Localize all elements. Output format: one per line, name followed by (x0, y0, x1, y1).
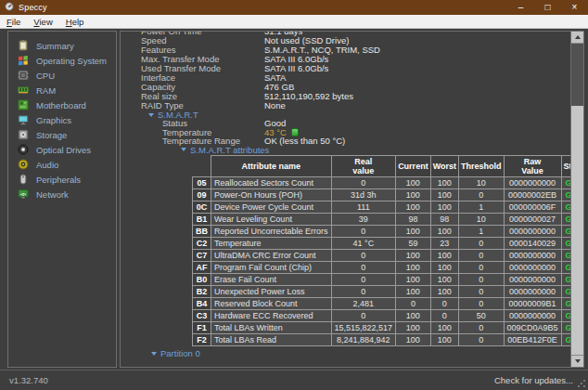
collapse-arrow-icon (151, 352, 157, 356)
smart-attributes-label: S.M.A.R.T attributes (190, 146, 269, 154)
attribute-current-cell: 100 (396, 321, 431, 333)
sidebar-item-graphics[interactable]: Graphics (8, 114, 116, 125)
attribute-threshold-cell: 0 (458, 261, 504, 273)
peripherals-icon (18, 174, 29, 185)
sidebar-item-audio[interactable]: Audio (8, 159, 116, 170)
attribute-name-cell: Temperature (211, 237, 332, 249)
attribute-raw-value-cell: 0000140029 (504, 237, 561, 249)
attribute-threshold-cell: 0 (458, 285, 504, 297)
attribute-real-value-cell: 39 (331, 213, 396, 225)
window-controls: – □ × (507, 0, 588, 15)
content-area: Summary Operating System CPU RAM Motherb… (0, 29, 588, 370)
maximize-button[interactable]: □ (534, 0, 561, 15)
menu-view[interactable]: View (27, 17, 58, 27)
scroll-up-button[interactable] (571, 32, 583, 44)
sidebar-item-motherboard[interactable]: Motherboard (8, 99, 116, 110)
attribute-real-value-cell: 0 (331, 309, 396, 321)
attribute-id-cell: C7 (193, 249, 211, 261)
attribute-threshold-cell: 0 (458, 249, 504, 261)
attribute-real-value-cell: 0 (331, 261, 396, 273)
attribute-name-cell: Hardware ECC Recovered (211, 309, 332, 321)
resize-grip[interactable] (577, 379, 586, 388)
version-label: v1.32.740 (9, 375, 48, 385)
attribute-threshold-cell: 10 (458, 176, 504, 188)
close-button[interactable]: × (561, 0, 588, 15)
attribute-worst-cell: 100 (430, 176, 458, 188)
table-header-row: Attribute name Real value Current Worst … (193, 155, 585, 176)
attribute-name-cell: Reported Uncorrectable Errors (211, 225, 332, 237)
attribute-real-value-cell: 0 (331, 176, 396, 188)
scrollbar-thumb[interactable] (571, 106, 583, 355)
audio-icon (18, 159, 29, 170)
cpu-icon (18, 70, 29, 81)
smart-attribute-row: 05 Reallocated Sectors Count 0 100 100 1… (193, 176, 585, 188)
attribute-worst-cell: 100 (430, 188, 458, 201)
attribute-name-cell: Total LBAs Read (211, 333, 332, 345)
sidebar-item-optical-drives[interactable]: Optical Drives (8, 144, 116, 155)
smart-section-toggle[interactable]: S.M.A.R.T (148, 110, 570, 119)
sidebar-item-label: Operating System (36, 56, 107, 66)
smart-attribute-row: C3 Hardware ECC Recovered 0 100 0 50 000… (193, 309, 585, 321)
sidebar-item-cpu[interactable]: CPU (8, 70, 116, 81)
titlebar[interactable]: Speccy – □ × (0, 0, 588, 15)
attribute-worst-cell: 0 (430, 309, 458, 321)
attribute-raw-value-cell: 009CD0A9B5 (504, 321, 561, 333)
smart-attributes-table: Attribute name Real value Current Worst … (192, 155, 584, 346)
sidebar-item-label: Peripherals (36, 175, 81, 185)
attribute-threshold-cell: 0 (458, 333, 504, 345)
attribute-name-cell: Power-On Hours (POH) (211, 188, 332, 201)
attribute-name-cell: Program Fail Count (Chip) (211, 261, 332, 273)
attribute-id-cell: B2 (193, 285, 211, 297)
menu-help-rest: elp (72, 17, 84, 27)
attribute-name-cell: Erase Fail Count (211, 273, 332, 285)
sidebar-item-summary[interactable]: Summary (8, 40, 116, 51)
sidebar-item-operating-system[interactable]: Operating System (8, 55, 116, 66)
vertical-scrollbar[interactable] (570, 32, 583, 367)
menu-help[interactable]: Help (59, 17, 91, 27)
attribute-current-cell: 100 (396, 201, 431, 213)
col-header-current: Current (396, 155, 431, 176)
attribute-current-cell: 100 (396, 176, 431, 188)
smart-attribute-row: C7 UltraDMA CRC Error Count 0 100 100 0 … (193, 249, 585, 261)
partition-section-label: Partition 0 (160, 349, 200, 358)
smart-attribute-row: B2 Unexpected Power Loss 0 100 100 0 000… (193, 285, 585, 297)
scroll-down-button[interactable] (571, 355, 583, 367)
sidebar-item-network[interactable]: Network (8, 188, 116, 200)
partition-section-toggle[interactable]: Partition 0 (151, 349, 570, 358)
sidebar-item-storage[interactable]: Storage (8, 129, 116, 140)
operating-system-icon (18, 55, 29, 66)
attribute-real-value-cell: 15,515,822,517 (331, 321, 396, 333)
minimize-button[interactable]: – (507, 0, 534, 15)
attribute-name-cell: UltraDMA CRC Error Count (211, 249, 332, 261)
sidebar-item-peripherals[interactable]: Peripherals (8, 174, 116, 185)
info-row-interface: Interface SATA (121, 73, 570, 83)
smart-attributes-toggle[interactable]: S.M.A.R.T attributes (181, 146, 570, 154)
attribute-raw-value-cell: 000000006F (504, 201, 561, 213)
attribute-id-cell: AF (193, 261, 211, 273)
attribute-worst-cell: 98 (430, 213, 458, 225)
optical-drives-icon (18, 144, 29, 155)
check-updates-link[interactable]: Check for updates... (494, 375, 573, 385)
attribute-id-cell: B1 (193, 213, 211, 225)
sidebar-item-label: Network (36, 189, 69, 200)
attribute-worst-cell: 100 (430, 249, 458, 261)
attribute-current-cell: 100 (396, 261, 431, 273)
attribute-real-value-cell: 0 (331, 285, 396, 297)
motherboard-icon (18, 99, 29, 110)
storage-icon (18, 129, 29, 140)
collapse-arrow-icon (181, 148, 186, 151)
sidebar-item-ram[interactable]: RAM (8, 84, 116, 96)
smart-attribute-row: B4 Reserved Block Count 2,481 0 0 0 0000… (193, 297, 585, 309)
attribute-threshold-cell: 1 (458, 225, 504, 237)
attribute-id-cell: B0 (193, 273, 211, 285)
menu-help-accel: H (66, 17, 72, 27)
scroll-up-icon (575, 35, 581, 39)
attribute-name-cell: Wear Leveling Count (211, 213, 332, 225)
menu-file[interactable]: File (0, 17, 27, 27)
attribute-worst-cell: 100 (430, 285, 458, 297)
attribute-worst-cell: 23 (430, 237, 458, 249)
attribute-real-value-cell: 0 (331, 273, 396, 285)
smart-attribute-row: 09 Power-On Hours (POH) 31d 3h 100 100 0… (193, 188, 585, 201)
attribute-real-value-cell: 111 (331, 201, 396, 213)
smart-attribute-row: B1 Wear Leveling Count 39 98 98 10 00000… (193, 213, 585, 225)
